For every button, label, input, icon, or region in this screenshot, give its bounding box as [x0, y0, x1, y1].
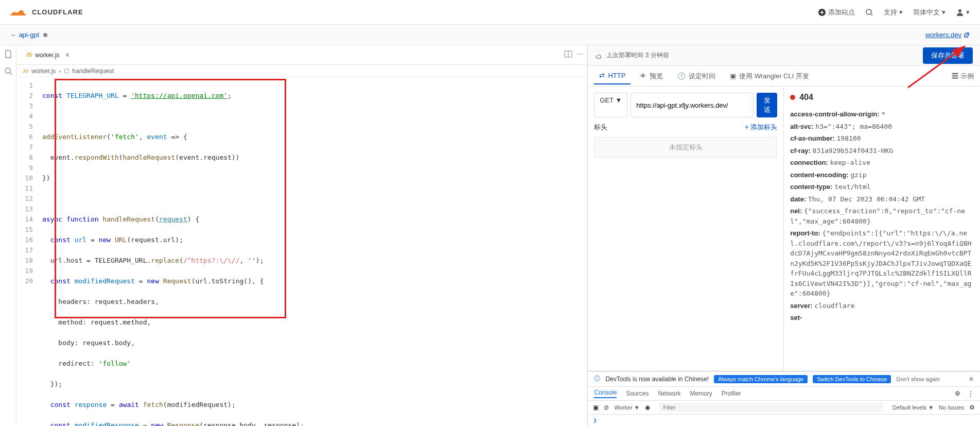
- log-levels-select[interactable]: Default levels ▼: [892, 404, 934, 411]
- response-header-row: set-: [790, 313, 974, 323]
- gear-icon[interactable]: ⚙: [969, 404, 975, 411]
- more-icon[interactable]: ⋮: [968, 390, 974, 397]
- preview-pane: 上次部署时间 3 分钟前 保存并部署 ⇄HTTP 👁预览 🕐设定时间 ▣使用 W…: [588, 45, 980, 426]
- filter-input[interactable]: [659, 403, 883, 412]
- js-file-icon: JS: [23, 69, 28, 74]
- no-headers-placeholder: 未指定标头: [594, 137, 777, 158]
- deploy-info: 上次部署时间 3 分钟前: [595, 51, 669, 60]
- tab-preview[interactable]: 👁预览: [635, 67, 668, 85]
- close-icon[interactable]: ✕: [969, 376, 974, 383]
- search-button[interactable]: [865, 8, 873, 16]
- support-dropdown[interactable]: 支持 ▾: [884, 8, 903, 17]
- clear-icon[interactable]: ⊘: [604, 404, 609, 411]
- tab-network[interactable]: Network: [658, 390, 680, 397]
- editor-tab[interactable]: JS worker.js ✕: [21, 48, 75, 62]
- editor-breadcrumb: JS worker.js › ⬡ handleRequest: [16, 65, 587, 77]
- main: JS worker.js ✕ ⋯ JS worker.js ›: [0, 45, 980, 426]
- headers-row: 标头 + 添加标头: [594, 123, 777, 132]
- terminal-icon: ▣: [730, 72, 736, 80]
- svg-point-3: [5, 68, 10, 73]
- save-deploy-button[interactable]: 保存并部署: [923, 47, 973, 64]
- tab-memory[interactable]: Memory: [690, 390, 712, 397]
- code-content[interactable]: const TELEGRAPH_URL = 'https://api.opena…: [38, 77, 587, 426]
- response-header-row: cf-ray: 831a929b524f0431-HKG: [790, 146, 974, 156]
- send-button[interactable]: 发送: [757, 93, 777, 117]
- symbol-icon: ⬡: [64, 67, 69, 75]
- tab-profiler[interactable]: Profiler: [722, 390, 741, 397]
- language-dropdown[interactable]: 简体中文 ▾: [913, 8, 946, 17]
- tab-sources[interactable]: Sources: [626, 390, 649, 397]
- dont-show-button[interactable]: Don't show again: [896, 376, 939, 382]
- workers-dev-link[interactable]: workers.dev: [925, 31, 970, 39]
- breadcrumb: ← api-gpt: [10, 31, 47, 39]
- status-line: 404: [790, 93, 974, 102]
- editor-left-rail: [0, 45, 16, 426]
- add-site-button[interactable]: 添加站点: [818, 8, 855, 17]
- files-icon[interactable]: [4, 49, 13, 60]
- editor-tabs: JS worker.js ✕ ⋯: [16, 45, 587, 65]
- method-select[interactable]: GET ▼: [594, 93, 627, 117]
- chevron-down-icon: ▾: [899, 8, 903, 16]
- tab-console[interactable]: Console: [594, 389, 617, 398]
- split-editor-icon[interactable]: [564, 50, 572, 60]
- match-language-button[interactable]: Always match Chrome's language: [714, 375, 808, 383]
- chevron-down-icon: ▾: [966, 8, 970, 16]
- code-editor[interactable]: 1234567891011121314151617181920 const TE…: [16, 77, 587, 426]
- tab-schedule[interactable]: 🕐设定时间: [672, 67, 721, 85]
- cloudflare-logo[interactable]: CLOUDFLARE: [10, 6, 83, 18]
- devtools: ⓘ DevTools is now available in Chinese! …: [588, 371, 980, 426]
- examples-link[interactable]: ☰ 示例: [952, 72, 974, 81]
- clock-icon: 🕐: [677, 72, 686, 80]
- more-icon[interactable]: ⋯: [576, 50, 583, 60]
- http-tester: GET ▼ 发送 标头 + 添加标头 未指定标头 404 access-cont…: [588, 87, 980, 371]
- logo-text: CLOUDFLARE: [32, 8, 83, 16]
- response-header-row: server: cloudflare: [790, 301, 974, 311]
- http-icon: ⇄: [599, 72, 605, 79]
- subheader: ← api-gpt workers.dev: [0, 25, 980, 45]
- response-header-row: connection: keep-alive: [790, 158, 974, 168]
- svg-point-2: [958, 9, 961, 12]
- tab-wrangler[interactable]: ▣使用 Wrangler CLI 开发: [725, 67, 814, 85]
- search-icon[interactable]: [4, 66, 13, 77]
- editor-tab-actions: ⋯: [564, 50, 583, 60]
- user-menu[interactable]: ▾: [956, 8, 970, 16]
- devtools-notice-bar: ⓘ DevTools is now available in Chinese! …: [588, 371, 980, 387]
- devtools-tabs: Console Sources Network Memory Profiler …: [588, 387, 980, 401]
- chevron-down-icon: ▾: [942, 8, 946, 16]
- preview-tabs: ⇄HTTP 👁预览 🕐设定时间 ▣使用 Wrangler CLI 开发 ☰ 示例: [588, 66, 980, 87]
- header-right: 添加站点 支持 ▾ 简体中文 ▾ ▾: [818, 8, 970, 17]
- editor-pane: JS worker.js ✕ ⋯ JS worker.js ›: [0, 45, 588, 426]
- response-column: 404 access-control-allow-origin: *alt-sv…: [784, 87, 980, 371]
- response-header-row: date: Thu, 07 Dec 2023 06:04:42 GMT: [790, 194, 974, 205]
- response-header-row: alt-svc: h3=":443"; ma=86400: [790, 122, 974, 132]
- url-input[interactable]: [631, 93, 754, 117]
- request-column: GET ▼ 发送 标头 + 添加标头 未指定标头: [588, 87, 784, 371]
- response-header-row: content-encoding: gzip: [790, 170, 974, 180]
- tab-http[interactable]: ⇄HTTP: [594, 67, 631, 84]
- cloud-icon: [595, 52, 602, 59]
- line-gutter: 1234567891011121314151617181920: [16, 77, 38, 426]
- gear-icon[interactable]: ⚙: [955, 390, 960, 397]
- breadcrumb-link[interactable]: ← api-gpt: [10, 31, 39, 39]
- eye-icon[interactable]: ◉: [645, 404, 650, 411]
- response-headers: access-control-allow-origin: *alt-svc: h…: [790, 109, 974, 323]
- svg-point-1: [866, 9, 871, 14]
- cloud-icon: [10, 6, 29, 18]
- console-prompt[interactable]: ❯: [588, 415, 980, 426]
- js-file-icon: JS: [26, 52, 32, 58]
- response-header-row: nel: {"success_fraction":0,"report_to":"…: [790, 206, 974, 226]
- response-header-row: cf-as-number: 198100: [790, 133, 974, 144]
- context-select[interactable]: Worker ▼: [614, 404, 639, 411]
- response-header-row: content-type: text/html: [790, 182, 974, 192]
- sidebar-toggle-icon[interactable]: ▣: [593, 404, 599, 411]
- add-header-button[interactable]: + 添加标头: [745, 123, 777, 132]
- close-tab-icon[interactable]: ✕: [65, 52, 70, 59]
- unsaved-indicator: [43, 33, 47, 37]
- switch-chinese-button[interactable]: Switch DevTools to Chinese: [813, 375, 891, 383]
- response-header-row: report-to: {"endpoints":[{"url":"https:\…: [790, 228, 974, 299]
- status-code: 404: [799, 93, 813, 102]
- eye-icon: 👁: [640, 72, 646, 80]
- request-row: GET ▼ 发送: [594, 93, 777, 117]
- issues-label: No Issues: [939, 404, 964, 411]
- response-header-row: access-control-allow-origin: *: [790, 109, 974, 120]
